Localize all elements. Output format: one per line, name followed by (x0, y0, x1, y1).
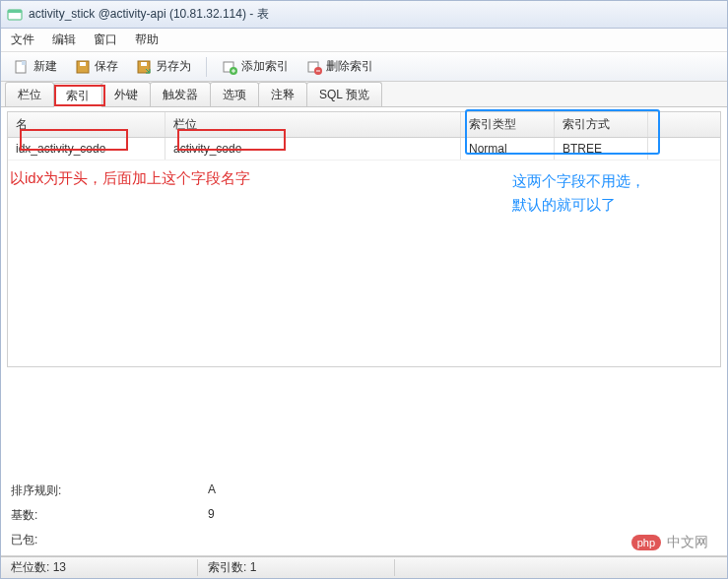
tab-options[interactable]: 选项 (210, 82, 259, 106)
watermark: php 中文网 (631, 534, 708, 551)
delete-index-label: 删除索引 (326, 58, 373, 75)
menubar: 文件 编辑 窗口 帮助 (1, 29, 727, 52)
cardinality-value: 9 (208, 507, 215, 524)
packed-label: 已包: (11, 532, 208, 548)
svg-rect-5 (80, 62, 86, 66)
annotation-text-red: 以idx为开头，后面加上这个字段名字 (10, 169, 250, 188)
titlebar[interactable]: activity_stick @activity-api (10.81.32.1… (1, 1, 727, 29)
delete-index-icon (306, 59, 322, 75)
toolbar: 新建 保存 另存为 添加索引 删除索引 (1, 52, 727, 82)
sort-label: 排序规则: (11, 482, 208, 499)
tabstrip: 栏位 索引 外键 触发器 选项 注释 SQL 预览 (1, 82, 727, 107)
status-fields: 栏位数: 13 (1, 559, 198, 576)
app-window: activity_stick @activity-api (10.81.32.1… (0, 0, 728, 579)
add-index-button[interactable]: 添加索引 (215, 55, 296, 78)
status-indexes: 索引数: 1 (198, 559, 395, 576)
index-details: 排序规则: A 基数: 9 已包: (11, 477, 717, 555)
menu-file[interactable]: 文件 (11, 32, 34, 48)
new-button[interactable]: 新建 (7, 55, 64, 78)
add-index-icon (222, 59, 237, 75)
svg-rect-7 (141, 62, 147, 66)
toolbar-separator (206, 57, 207, 77)
saveas-label: 另存为 (156, 58, 191, 75)
menu-help[interactable]: 帮助 (135, 32, 159, 48)
save-button[interactable]: 保存 (68, 55, 125, 78)
watermark-badge: php (631, 535, 661, 550)
tab-sqlpreview[interactable]: SQL 预览 (306, 82, 382, 106)
tab-triggers[interactable]: 触发器 (150, 82, 211, 106)
tab-comment[interactable]: 注释 (258, 82, 307, 106)
save-label: 保存 (95, 58, 118, 75)
new-icon (14, 59, 30, 75)
tab-fields[interactable]: 栏位 (5, 82, 54, 106)
saveas-button[interactable]: 另存为 (129, 55, 198, 78)
menu-window[interactable]: 窗口 (94, 32, 117, 48)
menu-edit[interactable]: 编辑 (52, 32, 76, 48)
annotation-text-blue: 这两个字段不用选， 默认的就可以了 (512, 169, 645, 217)
sort-value: A (208, 482, 216, 499)
annotation-blue-line1: 这两个字段不用选， (512, 169, 645, 193)
app-icon (7, 7, 23, 23)
delete-index-button[interactable]: 删除索引 (299, 55, 380, 78)
annotation-box-blue (465, 109, 660, 155)
svg-rect-3 (22, 61, 26, 65)
saveas-icon (136, 59, 152, 75)
new-label: 新建 (33, 58, 57, 75)
annotation-blue-line2: 默认的就可以了 (512, 193, 645, 217)
window-title: activity_stick @activity-api (10.81.32.1… (29, 6, 269, 23)
annotation-box-field (177, 129, 286, 151)
cardinality-label: 基数: (11, 507, 208, 524)
save-icon (75, 59, 91, 75)
svg-rect-1 (8, 10, 22, 13)
watermark-text: 中文网 (667, 534, 708, 551)
add-index-label: 添加索引 (241, 58, 289, 75)
tab-fkeys[interactable]: 外键 (101, 82, 151, 106)
statusbar: 栏位数: 13 索引数: 1 (1, 556, 727, 578)
annotation-box-name (20, 129, 128, 151)
annotation-box-tab (54, 85, 105, 106)
